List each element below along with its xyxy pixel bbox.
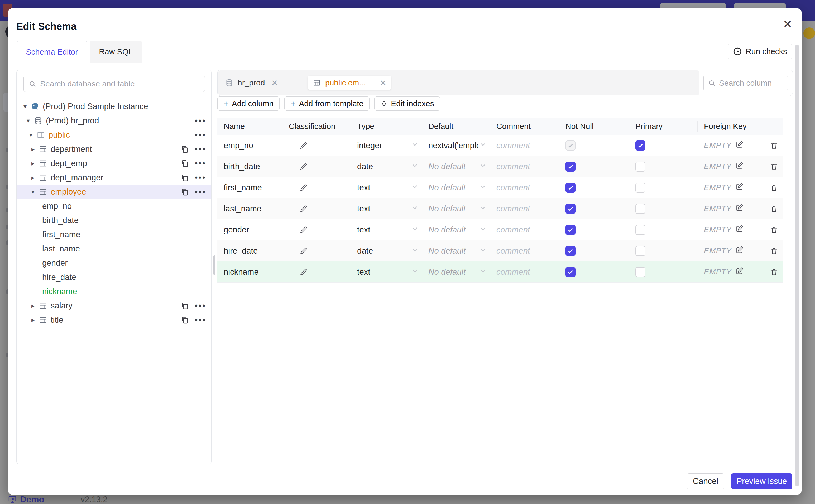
column-name[interactable]: first_name <box>224 183 262 192</box>
more-actions-icon[interactable]: ••• <box>195 131 206 139</box>
primary-checkbox[interactable] <box>635 246 645 256</box>
primary-checkbox[interactable] <box>635 183 645 193</box>
more-actions-icon[interactable]: ••• <box>195 145 206 153</box>
caret-down-icon[interactable]: ▾ <box>21 103 29 110</box>
type-select[interactable]: text <box>351 204 422 214</box>
delete-column-button[interactable] <box>765 268 783 276</box>
primary-checkbox[interactable] <box>635 162 645 172</box>
not-null-checkbox[interactable] <box>566 183 576 193</box>
comment-input[interactable]: comment <box>497 267 530 277</box>
not-null-checkbox[interactable] <box>566 267 576 277</box>
type-select[interactable]: integer <box>351 140 422 151</box>
tree-node-table-dept-emp[interactable]: ▸ dept_emp ••• <box>17 156 211 171</box>
comment-input[interactable]: comment <box>497 204 530 214</box>
caret-right-icon[interactable]: ▸ <box>29 160 37 167</box>
primary-checkbox[interactable] <box>635 267 645 277</box>
add-column-button[interactable]: + Add column <box>217 96 279 111</box>
tree-node-column-hire-date[interactable]: hire_date <box>17 270 211 284</box>
comment-input[interactable]: comment <box>497 162 530 171</box>
default-select[interactable]: No default <box>422 246 490 256</box>
classification-cell[interactable] <box>282 247 351 255</box>
primary-checkbox[interactable] <box>635 140 645 151</box>
add-from-template-button[interactable]: + Add from template <box>284 96 369 111</box>
default-select[interactable]: No default <box>422 183 490 193</box>
copy-icon[interactable] <box>180 302 189 310</box>
type-select[interactable]: text <box>351 267 422 277</box>
copy-icon[interactable] <box>180 145 189 153</box>
not-null-checkbox[interactable] <box>566 246 576 256</box>
type-select[interactable]: text <box>351 225 422 235</box>
comment-input[interactable]: comment <box>497 183 530 192</box>
edit-foreign-key-icon[interactable] <box>735 203 744 214</box>
classification-cell[interactable] <box>282 183 351 192</box>
default-select[interactable]: No default <box>422 162 490 172</box>
classification-cell[interactable] <box>282 141 351 150</box>
edit-foreign-key-icon[interactable] <box>735 225 744 235</box>
caret-right-icon[interactable]: ▸ <box>29 146 37 153</box>
classification-cell[interactable] <box>282 162 351 171</box>
tree-node-column-gender[interactable]: gender <box>17 256 211 270</box>
edit-foreign-key-icon[interactable] <box>735 140 744 151</box>
tree-node-column-emp-no[interactable]: emp_no <box>17 199 211 213</box>
edit-foreign-key-icon[interactable] <box>735 161 744 172</box>
column-name[interactable]: last_name <box>224 204 261 214</box>
more-actions-icon[interactable]: ••• <box>195 188 206 196</box>
edit-foreign-key-icon[interactable] <box>735 246 744 256</box>
tree-node-instance[interactable]: ▾ (Prod) Prod Sample Instance <box>17 99 211 114</box>
column-name[interactable]: gender <box>224 225 249 235</box>
tree-node-column-nickname[interactable]: nickname <box>17 284 211 299</box>
type-select[interactable]: date <box>351 246 422 256</box>
column-name[interactable]: nickname <box>224 267 259 277</box>
copy-icon[interactable] <box>180 159 189 168</box>
caret-right-icon[interactable]: ▸ <box>29 316 37 324</box>
copy-icon[interactable] <box>180 316 189 324</box>
more-actions-icon[interactable]: ••• <box>195 302 206 310</box>
not-null-checkbox[interactable] <box>566 140 576 151</box>
modal-scrollbar[interactable] <box>795 45 799 486</box>
run-checks-button[interactable]: Run checks <box>728 44 792 59</box>
more-actions-icon[interactable]: ••• <box>195 174 206 182</box>
copy-icon[interactable] <box>180 188 189 196</box>
caret-right-icon[interactable]: ▸ <box>29 302 37 309</box>
default-select[interactable]: No default <box>422 225 490 235</box>
default-select[interactable]: No default <box>422 204 490 214</box>
classification-cell[interactable] <box>282 268 351 276</box>
edit-foreign-key-icon[interactable] <box>735 267 744 277</box>
more-actions-icon[interactable]: ••• <box>195 117 206 125</box>
tree-node-table-title[interactable]: ▸ title ••• <box>17 313 211 327</box>
more-actions-icon[interactable]: ••• <box>195 316 206 324</box>
caret-down-icon[interactable]: ▾ <box>29 188 37 196</box>
more-actions-icon[interactable]: ••• <box>195 159 206 167</box>
tab-raw-sql[interactable]: Raw SQL <box>90 41 142 63</box>
chip-hr-prod[interactable]: hr_prod ✕ <box>225 76 278 90</box>
tab-schema-editor[interactable]: Schema Editor <box>17 41 87 63</box>
cancel-button[interactable]: Cancel <box>687 473 724 489</box>
tree-node-table-employee[interactable]: ▾ employee ••• <box>17 185 211 199</box>
comment-input[interactable]: comment <box>497 141 530 150</box>
caret-right-icon[interactable]: ▸ <box>29 174 37 181</box>
delete-column-button[interactable] <box>765 162 783 171</box>
tree-node-schema-public[interactable]: ▾ public ••• <box>17 128 211 142</box>
primary-checkbox[interactable] <box>635 225 645 235</box>
not-null-checkbox[interactable] <box>566 204 576 214</box>
tree-node-table-salary[interactable]: ▸ salary ••• <box>17 299 211 313</box>
copy-icon[interactable] <box>180 173 189 182</box>
delete-column-button[interactable] <box>765 141 783 150</box>
not-null-checkbox[interactable] <box>566 225 576 235</box>
delete-column-button[interactable] <box>765 247 783 255</box>
comment-input[interactable]: comment <box>497 225 530 235</box>
close-chip-icon[interactable]: ✕ <box>380 78 386 88</box>
edit-indexes-button[interactable]: Edit indexes <box>374 96 440 111</box>
panel-resize-handle[interactable] <box>213 255 215 275</box>
chip-public-employee[interactable]: public.em... ✕ <box>308 76 391 90</box>
comment-input[interactable]: comment <box>497 246 530 256</box>
tree-node-table-dept-manager[interactable]: ▸ dept_manager ••• <box>17 171 211 185</box>
classification-cell[interactable] <box>282 205 351 213</box>
classification-cell[interactable] <box>282 226 351 234</box>
tree-search-input[interactable]: Search database and table <box>23 76 205 92</box>
default-select[interactable]: No default <box>422 267 490 277</box>
delete-column-button[interactable] <box>765 205 783 213</box>
tree-node-column-birth-date[interactable]: birth_date <box>17 213 211 227</box>
caret-down-icon[interactable]: ▾ <box>24 117 32 124</box>
delete-column-button[interactable] <box>765 226 783 234</box>
